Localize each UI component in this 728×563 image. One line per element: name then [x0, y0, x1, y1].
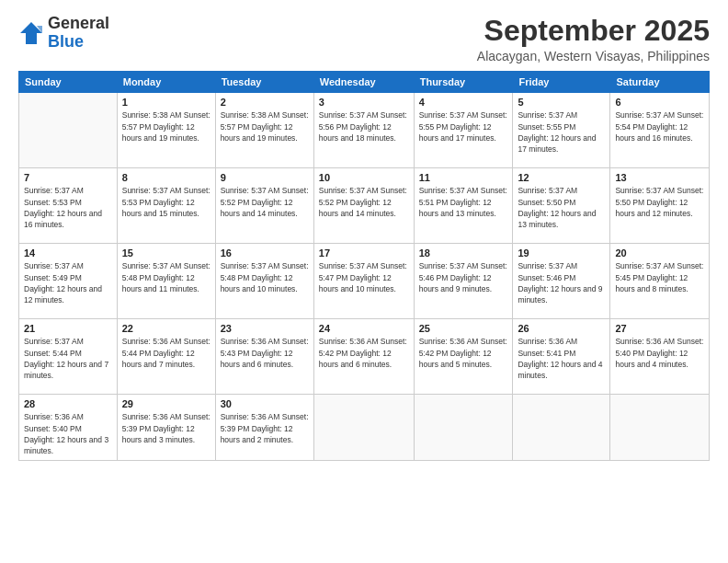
day-number: 30 [221, 398, 309, 409]
day-info: Sunrise: 5:37 AM Sunset: 5:45 PM Dayligh… [615, 260, 704, 294]
day-info: Sunrise: 5:38 AM Sunset: 5:57 PM Dayligh… [122, 109, 210, 144]
day-info: Sunrise: 5:36 AM Sunset: 5:41 PM Dayligh… [518, 336, 605, 381]
header-saturday: Saturday [610, 72, 710, 93]
location: Alacaygan, Western Visayas, Philippines [477, 49, 710, 63]
table-row: 13Sunrise: 5:37 AM Sunset: 5:50 PM Dayli… [610, 168, 710, 244]
day-info: Sunrise: 5:37 AM Sunset: 5:56 PM Dayligh… [319, 109, 409, 144]
header-thursday: Thursday [414, 72, 513, 93]
day-info: Sunrise: 5:37 AM Sunset: 5:54 PM Dayligh… [615, 109, 704, 144]
logo-icon [18, 20, 44, 46]
table-row: 20Sunrise: 5:37 AM Sunset: 5:45 PM Dayli… [610, 244, 710, 319]
day-number: 8 [122, 172, 210, 183]
day-number: 26 [518, 323, 605, 334]
day-number: 18 [419, 247, 508, 259]
day-info: Sunrise: 5:36 AM Sunset: 5:43 PM Dayligh… [221, 336, 309, 370]
day-info: Sunrise: 5:38 AM Sunset: 5:57 PM Dayligh… [221, 109, 309, 144]
day-info: Sunrise: 5:36 AM Sunset: 5:40 PM Dayligh… [24, 411, 112, 456]
table-row: 25Sunrise: 5:36 AM Sunset: 5:42 PM Dayli… [414, 319, 513, 395]
table-row [414, 395, 513, 461]
table-row: 7Sunrise: 5:37 AM Sunset: 5:53 PM Daylig… [19, 168, 118, 244]
table-row: 26Sunrise: 5:36 AM Sunset: 5:41 PM Dayli… [513, 319, 610, 395]
day-info: Sunrise: 5:37 AM Sunset: 5:47 PM Dayligh… [319, 260, 409, 294]
day-info: Sunrise: 5:37 AM Sunset: 5:50 PM Dayligh… [518, 185, 605, 230]
table-row [610, 395, 710, 461]
day-number: 1 [122, 97, 210, 108]
header-sunday: Sunday [19, 72, 118, 93]
header-tuesday: Tuesday [215, 72, 313, 93]
table-row: 5Sunrise: 5:37 AM Sunset: 5:55 PM Daylig… [513, 93, 610, 168]
table-row: 6Sunrise: 5:37 AM Sunset: 5:54 PM Daylig… [610, 93, 710, 168]
table-row [513, 395, 610, 461]
day-number: 7 [24, 172, 112, 183]
day-info: Sunrise: 5:37 AM Sunset: 5:44 PM Dayligh… [24, 336, 112, 381]
table-row: 28Sunrise: 5:36 AM Sunset: 5:40 PM Dayli… [19, 395, 118, 461]
day-info: Sunrise: 5:37 AM Sunset: 5:52 PM Dayligh… [319, 185, 409, 219]
day-number: 6 [615, 97, 704, 108]
table-row: 18Sunrise: 5:37 AM Sunset: 5:46 PM Dayli… [414, 244, 513, 319]
day-number: 21 [24, 323, 112, 334]
header: General Blue September 2025 Alacaygan, W… [18, 15, 710, 63]
day-info: Sunrise: 5:37 AM Sunset: 5:55 PM Dayligh… [419, 109, 508, 144]
day-info: Sunrise: 5:37 AM Sunset: 5:46 PM Dayligh… [518, 260, 605, 305]
day-number: 19 [518, 247, 605, 259]
day-info: Sunrise: 5:37 AM Sunset: 5:48 PM Dayligh… [221, 260, 309, 294]
day-number: 23 [221, 323, 309, 334]
table-row: 16Sunrise: 5:37 AM Sunset: 5:48 PM Dayli… [215, 244, 313, 319]
calendar-table: Sunday Monday Tuesday Wednesday Thursday… [18, 71, 710, 461]
table-row: 30Sunrise: 5:36 AM Sunset: 5:39 PM Dayli… [215, 395, 313, 461]
day-number: 12 [518, 172, 605, 183]
table-row: 10Sunrise: 5:37 AM Sunset: 5:52 PM Dayli… [313, 168, 414, 244]
svg-marker-0 [20, 22, 42, 44]
day-info: Sunrise: 5:36 AM Sunset: 5:42 PM Dayligh… [319, 336, 409, 370]
day-number: 5 [518, 97, 605, 108]
day-number: 22 [122, 323, 210, 334]
day-number: 11 [419, 172, 508, 183]
day-number: 28 [24, 398, 112, 409]
day-info: Sunrise: 5:36 AM Sunset: 5:44 PM Dayligh… [122, 336, 210, 370]
table-row: 19Sunrise: 5:37 AM Sunset: 5:46 PM Dayli… [513, 244, 610, 319]
day-info: Sunrise: 5:37 AM Sunset: 5:49 PM Dayligh… [24, 260, 112, 305]
day-info: Sunrise: 5:36 AM Sunset: 5:40 PM Dayligh… [615, 336, 704, 370]
table-row: 27Sunrise: 5:36 AM Sunset: 5:40 PM Dayli… [610, 319, 710, 395]
header-monday: Monday [117, 72, 215, 93]
logo-general-text: General [48, 15, 109, 33]
logo: General Blue [18, 15, 109, 52]
day-number: 29 [122, 398, 210, 409]
table-row: 14Sunrise: 5:37 AM Sunset: 5:49 PM Dayli… [19, 244, 118, 319]
logo-blue-text: Blue [48, 33, 109, 52]
day-number: 15 [122, 247, 210, 259]
table-row [313, 395, 414, 461]
table-row [19, 93, 118, 168]
day-number: 9 [221, 172, 309, 183]
day-info: Sunrise: 5:36 AM Sunset: 5:39 PM Dayligh… [122, 411, 210, 445]
page: General Blue September 2025 Alacaygan, W… [0, 0, 728, 563]
month-title: September 2025 [477, 15, 710, 47]
day-info: Sunrise: 5:37 AM Sunset: 5:53 PM Dayligh… [24, 185, 112, 230]
day-info: Sunrise: 5:37 AM Sunset: 5:52 PM Dayligh… [221, 185, 309, 219]
table-row: 9Sunrise: 5:37 AM Sunset: 5:52 PM Daylig… [215, 168, 313, 244]
table-row: 23Sunrise: 5:36 AM Sunset: 5:43 PM Dayli… [215, 319, 313, 395]
day-info: Sunrise: 5:37 AM Sunset: 5:55 PM Dayligh… [518, 109, 605, 155]
day-info: Sunrise: 5:37 AM Sunset: 5:51 PM Dayligh… [419, 185, 508, 219]
day-info: Sunrise: 5:37 AM Sunset: 5:50 PM Dayligh… [615, 185, 704, 219]
day-number: 13 [615, 172, 704, 183]
day-number: 2 [221, 97, 309, 108]
day-number: 20 [615, 247, 704, 259]
day-number: 17 [319, 247, 409, 259]
calendar-header-row: Sunday Monday Tuesday Wednesday Thursday… [19, 72, 710, 93]
table-row: 12Sunrise: 5:37 AM Sunset: 5:50 PM Dayli… [513, 168, 610, 244]
day-number: 14 [24, 247, 112, 259]
table-row: 3Sunrise: 5:37 AM Sunset: 5:56 PM Daylig… [313, 93, 414, 168]
day-info: Sunrise: 5:36 AM Sunset: 5:42 PM Dayligh… [419, 336, 508, 370]
header-friday: Friday [513, 72, 610, 93]
table-row: 29Sunrise: 5:36 AM Sunset: 5:39 PM Dayli… [117, 395, 215, 461]
day-info: Sunrise: 5:37 AM Sunset: 5:53 PM Dayligh… [122, 185, 210, 219]
table-row: 17Sunrise: 5:37 AM Sunset: 5:47 PM Dayli… [313, 244, 414, 319]
day-number: 24 [319, 323, 409, 334]
day-number: 4 [419, 97, 508, 108]
day-number: 10 [319, 172, 409, 183]
title-block: September 2025 Alacaygan, Western Visaya… [477, 15, 710, 63]
table-row: 8Sunrise: 5:37 AM Sunset: 5:53 PM Daylig… [117, 168, 215, 244]
table-row: 21Sunrise: 5:37 AM Sunset: 5:44 PM Dayli… [19, 319, 118, 395]
day-number: 27 [615, 323, 704, 334]
